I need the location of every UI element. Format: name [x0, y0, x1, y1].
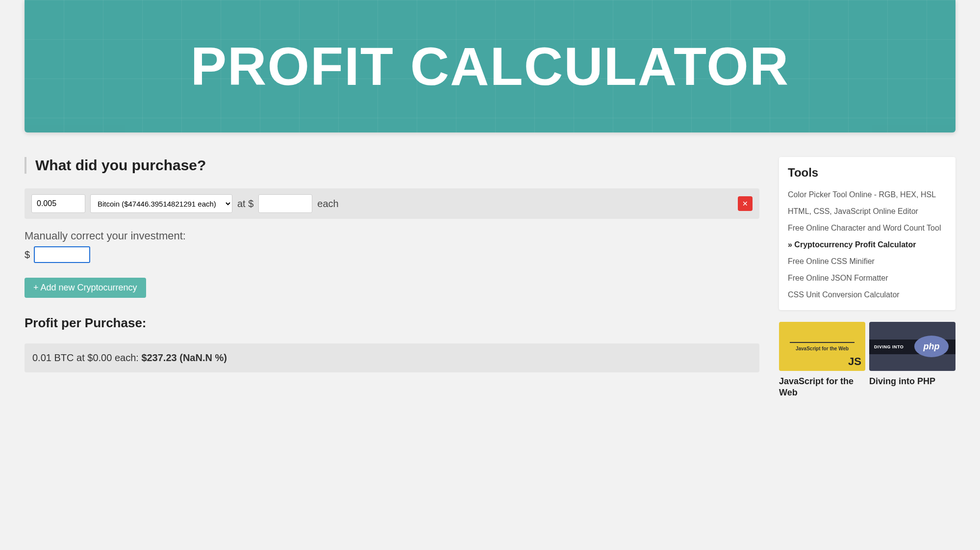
tool-link[interactable]: Free Online CSS Minifier: [788, 253, 947, 270]
manual-correct-label: Manually correct your investment:: [25, 230, 759, 242]
thumb-text: JavaScript for the Web: [796, 346, 849, 351]
tools-panel: Tools Color Picker Tool Online - RGB, HE…: [779, 157, 955, 310]
delete-row-button[interactable]: ✕: [738, 196, 753, 211]
main-column: What did you purchase? Bitcoin ($47446.3…: [25, 157, 759, 372]
profit-per-purchase-heading: Profit per Purchase:: [25, 315, 759, 331]
add-cryptocurrency-button[interactable]: + Add new Cryptocurrency: [25, 278, 146, 298]
tool-link[interactable]: Free Online Character and Word Count Too…: [788, 220, 947, 236]
tool-link[interactable]: HTML, CSS, JavaScript Online Editor: [788, 203, 947, 220]
tool-link[interactable]: Color Picker Tool Online - RGB, HEX, HSL: [788, 186, 947, 203]
course-thumbnail: DIVING INTO php: [869, 322, 955, 371]
course-card-js[interactable]: JavaScript for the Web JS JavaScript for…: [779, 322, 865, 399]
quantity-input[interactable]: [31, 194, 85, 213]
course-card-php[interactable]: DIVING INTO php Diving into PHP: [869, 322, 955, 399]
each-label: each: [317, 198, 338, 210]
close-icon: ✕: [742, 200, 748, 208]
purchase-heading: What did you purchase?: [25, 157, 759, 174]
tools-list: Color Picker Tool Online - RGB, HEX, HSL…: [788, 186, 947, 303]
price-input[interactable]: [258, 194, 312, 213]
courses-row: JavaScript for the Web JS JavaScript for…: [779, 322, 955, 399]
tool-link[interactable]: CSS Unit Conversion Calculator: [788, 287, 947, 303]
course-thumbnail: JavaScript for the Web JS: [779, 322, 865, 371]
page-title: PROFIT CALCULATOR: [191, 39, 790, 93]
purchase-row: Bitcoin ($47446.39514821291 each) at $ e…: [25, 188, 759, 219]
profit-value: $237.23 (NaN.N %): [141, 352, 227, 363]
profit-prefix: 0.01 BTC at $0.00 each:: [32, 352, 141, 363]
tool-link[interactable]: Free Online JSON Formatter: [788, 270, 947, 287]
crypto-select[interactable]: Bitcoin ($47446.39514821291 each): [90, 194, 232, 213]
dollar-sign: $: [25, 249, 30, 261]
php-badge: php: [914, 336, 949, 357]
tool-link-active[interactable]: » Cryptocurrency Profit Calculator: [788, 236, 947, 253]
tools-heading: Tools: [788, 166, 947, 180]
js-badge: JS: [848, 355, 861, 368]
course-title: JavaScript for the Web: [779, 376, 865, 399]
course-title: Diving into PHP: [869, 376, 955, 387]
at-label: at $: [237, 198, 253, 210]
sidebar: Tools Color Picker Tool Online - RGB, HE…: [779, 157, 955, 399]
hero-banner: PROFIT CALCULATOR: [25, 0, 955, 132]
manual-investment-input[interactable]: [34, 246, 90, 263]
profit-result-row: 0.01 BTC at $0.00 each: $237.23 (NaN.N %…: [25, 343, 759, 372]
